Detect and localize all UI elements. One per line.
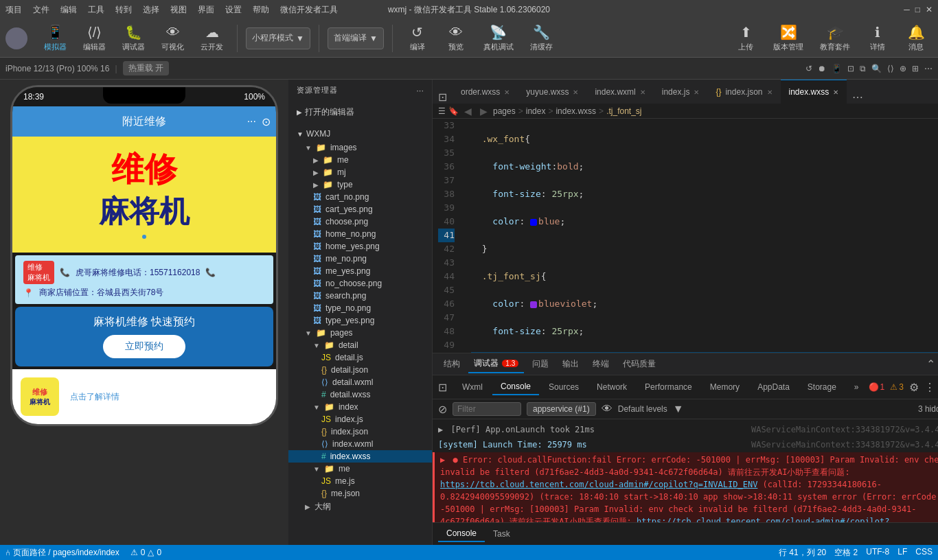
file-item-choose[interactable]: 🖼 choose.png <box>288 215 432 228</box>
file-item-index-json[interactable]: {} index.json <box>288 425 432 438</box>
tab-yuyue-wxss[interactable]: yuyue.wxss ✕ <box>518 80 586 104</box>
simulator-btn[interactable]: 📱 模拟器 <box>38 21 72 55</box>
language[interactable]: CSS <box>915 547 933 559</box>
minimize-btn[interactable]: ─ <box>904 5 910 14</box>
devtools-tab-structure[interactable]: 结构 <box>438 355 466 373</box>
menu-item-tools[interactable]: 工具 <box>88 4 104 16</box>
editor-btn[interactable]: ⟨/⟩ 编辑器 <box>78 21 111 55</box>
devtools-tab-debugger[interactable]: 调试器 1.3 <box>468 355 524 373</box>
devtools-tab-terminal[interactable]: 终端 <box>587 355 615 373</box>
file-panel-more[interactable]: ··· <box>416 85 424 95</box>
inner-tab-network[interactable]: Network <box>588 380 635 395</box>
close-tab-active[interactable]: ✕ <box>833 89 838 96</box>
inner-tab-performance[interactable]: Performance <box>637 380 700 395</box>
appservice-selector[interactable]: appservice (#1) <box>527 402 596 416</box>
close-icon[interactable]: ✕ <box>694 89 699 96</box>
file-item-home-yes[interactable]: 🖼 home_yes.png <box>288 240 432 253</box>
education-btn[interactable]: 🎓 教育套件 <box>814 21 856 55</box>
tab-index-wxml[interactable]: index.wxml ✕ <box>586 80 653 104</box>
tab-controls[interactable]: ⊡ <box>433 91 453 104</box>
file-item-type-no[interactable]: 🖼 type_no.png <box>288 302 432 314</box>
phone-icon[interactable]: 📱 <box>832 64 842 73</box>
preview-btn[interactable]: 👁 预览 <box>439 22 472 55</box>
menu-item-interface[interactable]: 界面 <box>198 4 214 16</box>
more-icon[interactable]: ⋯ <box>924 64 933 73</box>
close-icon[interactable]: ✕ <box>573 89 578 96</box>
close-btn[interactable]: ✕ <box>926 5 933 14</box>
file-item-index-folder[interactable]: ▼ 📁 index <box>288 401 432 413</box>
inner-tab-memory[interactable]: Memory <box>702 380 748 395</box>
menu-item-goto[interactable]: 转到 <box>115 4 132 16</box>
notifications-btn[interactable]: 🔔 消息 <box>900 21 933 55</box>
clean-btn[interactable]: 🔧 清缓存 <box>525 21 558 55</box>
error-link-1[interactable]: https://tcb.cloud.tencent.com/cloud-admi… <box>440 480 757 489</box>
devtools-tab-output[interactable]: 输出 <box>557 355 584 373</box>
phone-cta-btn[interactable]: 立即预约 <box>103 335 185 358</box>
file-item-outline[interactable]: ▶ 大纲 <box>288 500 432 514</box>
maximize-btn[interactable]: □ <box>915 5 920 14</box>
error-count[interactable]: ⚠ 0 △ 0 <box>130 548 161 557</box>
menu-item-select[interactable]: 选择 <box>143 4 159 16</box>
expand-icon[interactable]: ⌃ <box>926 358 935 371</box>
cloud-btn[interactable]: ☁ 云开发 <box>195 21 229 55</box>
rotate-icon[interactable]: ↺ <box>805 64 812 73</box>
file-item-cart-no[interactable]: 🖼 cart_no.png <box>288 191 432 203</box>
inner-tab-sources[interactable]: Sources <box>540 380 587 395</box>
file-item-detail-json[interactable]: {} detail.json <box>288 364 432 376</box>
compile-dropdown[interactable]: 首端编译 ▼ <box>328 27 384 49</box>
inner-tab-storage[interactable]: Storage <box>799 380 845 395</box>
file-item-me-no[interactable]: 🖼 me_no.png <box>288 253 432 265</box>
task-tab-btn[interactable]: Task <box>485 526 518 541</box>
file-item-cart-yes[interactable]: 🖼 cart_yes.png <box>288 203 432 215</box>
bookmark-icon[interactable]: 🔖 <box>448 106 459 116</box>
more-icon-2[interactable]: ⋮ <box>924 381 935 394</box>
eye-icon[interactable]: 👁 <box>602 403 613 415</box>
breadcrumb-nav[interactable]: ☰ <box>438 106 446 116</box>
file-item-detail-wxss[interactable]: # detail.wxss <box>288 388 432 401</box>
file-item-mj-folder[interactable]: ▶ 📁 mj <box>288 166 432 178</box>
hot-reload-btn[interactable]: 热重载 开 <box>123 61 169 75</box>
inner-tab-appdata[interactable]: AppData <box>749 380 798 395</box>
copy-icon[interactable]: ⧉ <box>860 64 866 73</box>
menu-item-edit[interactable]: 编辑 <box>60 4 77 16</box>
resize-icon[interactable]: ⊡ <box>847 64 854 73</box>
file-item-search[interactable]: 🖼 search.png <box>288 290 432 302</box>
stop-icon[interactable]: ⊘ <box>438 403 447 416</box>
debugger-btn[interactable]: 🐛 调试器 <box>117 21 150 55</box>
file-item-me-yes[interactable]: 🖼 me_yes.png <box>288 265 432 277</box>
mode-dropdown[interactable]: 小程序模式 ▼ <box>246 27 310 49</box>
tab-index-json[interactable]: {} index.json ✕ <box>707 80 780 104</box>
forward-icon[interactable]: ▶ <box>477 104 490 118</box>
compile-btn[interactable]: ↺ 编译 <box>401 21 434 55</box>
details-btn[interactable]: ℹ 详情 <box>861 21 894 55</box>
file-item-me-js[interactable]: JS me.js <box>288 475 432 487</box>
inner-tab-more[interactable]: » <box>846 380 867 395</box>
code-editor[interactable]: 3334353637 3839404142 4344454647 4849505… <box>433 119 938 353</box>
file-item-me-pages-folder[interactable]: ▼ 📁 me <box>288 463 432 475</box>
version-btn[interactable]: 🔀 版本管理 <box>768 21 809 55</box>
settings-icon[interactable]: ⚙ <box>909 381 919 394</box>
menu-item-help[interactable]: 帮助 <box>253 4 269 16</box>
menu-item-project[interactable]: 项目 <box>5 4 22 16</box>
devtools-tab-problems[interactable]: 问题 <box>527 355 554 373</box>
console-tab-btn[interactable]: Console <box>438 526 485 542</box>
file-item-detail-folder[interactable]: ▼ 📁 detail <box>288 339 432 351</box>
error-link-2[interactable]: https://tcb.cloud.tencent.com/cloud-admi… <box>440 517 890 522</box>
file-item-detail-js[interactable]: JS detail.js <box>288 351 432 364</box>
file-item-index-js[interactable]: JS index.js <box>288 413 432 425</box>
console-filter-input[interactable] <box>453 402 521 416</box>
layers-icon[interactable]: ⊞ <box>912 64 919 73</box>
real-machine-btn[interactable]: 📡 真机调试 <box>478 21 519 55</box>
back-icon[interactable]: ◀ <box>461 104 474 118</box>
menu-item-wechat[interactable]: 微信开发者工具 <box>280 4 338 16</box>
upload-btn[interactable]: ⬆ 上传 <box>729 21 762 55</box>
close-icon[interactable]: ✕ <box>504 89 510 96</box>
inner-tab-console[interactable]: Console <box>492 379 539 395</box>
close-icon[interactable]: ✕ <box>767 89 773 96</box>
file-item-home-no[interactable]: 🖼 home_no.png <box>288 228 432 240</box>
menu-item-file[interactable]: 文件 <box>33 4 49 16</box>
more-tabs-btn[interactable]: ⋯ <box>847 91 869 104</box>
code-icon[interactable]: ⟨⟩ <box>887 64 894 73</box>
file-item-me-folder[interactable]: ▶ 📁 me <box>288 154 432 166</box>
extra-icon[interactable]: ⊕ <box>900 64 906 73</box>
